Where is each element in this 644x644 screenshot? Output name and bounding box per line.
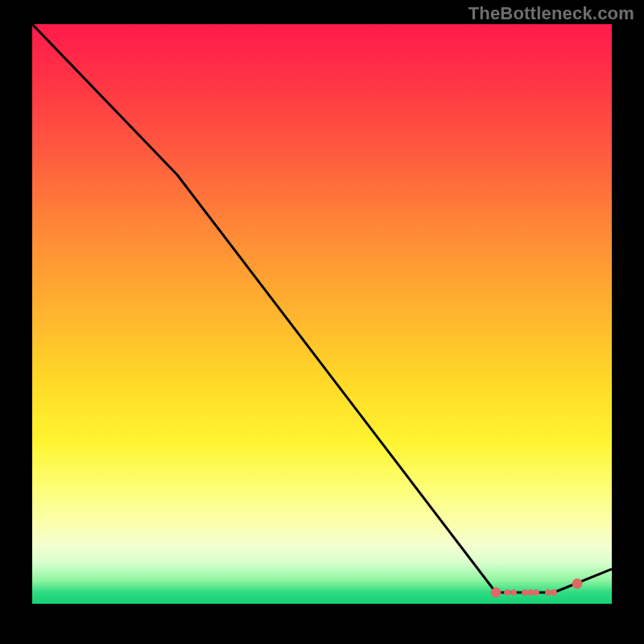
- attribution-text: TheBottleneck.com: [469, 3, 634, 24]
- svg-point-3: [522, 590, 528, 596]
- svg-point-8: [572, 579, 582, 588]
- svg-point-2: [511, 590, 517, 596]
- svg-point-4: [528, 590, 534, 596]
- svg-point-7: [551, 590, 557, 596]
- plot-area: [32, 24, 612, 604]
- bottleneck-curve: [32, 24, 612, 592]
- chart-overlay: [32, 24, 612, 604]
- svg-point-1: [505, 590, 510, 596]
- svg-point-6: [546, 590, 551, 596]
- svg-point-5: [534, 590, 539, 596]
- svg-point-0: [491, 588, 501, 597]
- valley-markers: [491, 579, 582, 597]
- chart-frame: TheBottleneck.com: [0, 0, 644, 644]
